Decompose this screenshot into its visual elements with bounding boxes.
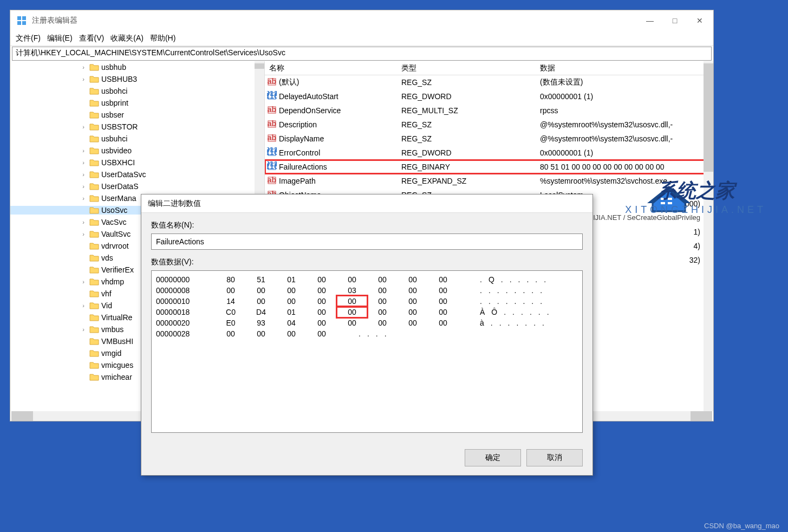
tree-item-usbohci[interactable]: usbohci <box>10 87 264 95</box>
name-input[interactable] <box>151 233 583 250</box>
tree-item-usbvideo[interactable]: ›usbvideo <box>10 146 264 155</box>
hex-byte[interactable]: C0 <box>216 307 246 317</box>
tree-item-USBSTOR[interactable]: ›USBSTOR <box>10 122 264 131</box>
ok-button[interactable]: 确定 <box>465 449 521 466</box>
value-row[interactable]: ab(默认)REG_SZ(数值未设置) <box>265 75 713 89</box>
expand-icon[interactable]: › <box>80 195 87 202</box>
header-data[interactable]: 数据 <box>540 63 713 73</box>
expand-icon[interactable]: › <box>80 147 87 154</box>
svg-rect-1 <box>22 16 26 20</box>
menu-favorites[interactable]: 收藏夹(A) <box>110 34 144 43</box>
tree-item-UserDataS[interactable]: ›UserDataS <box>10 182 264 191</box>
tree-item-usbhub[interactable]: ›usbhub <box>10 63 264 72</box>
close-button[interactable]: ✕ <box>687 12 712 29</box>
hex-byte[interactable]: 00 <box>428 317 458 328</box>
tree-label: USBXHCI <box>101 158 135 167</box>
hex-byte[interactable]: 93 <box>246 317 276 328</box>
expand-icon[interactable]: › <box>80 326 87 333</box>
tree-label: USBSTOR <box>101 122 138 131</box>
expand-icon[interactable]: › <box>80 171 87 178</box>
hex-byte[interactable]: 00 <box>337 307 367 317</box>
hex-byte[interactable]: 00 <box>367 296 398 307</box>
svg-text:ab: ab <box>268 133 276 142</box>
hex-byte[interactable]: 00 <box>398 296 428 307</box>
value-row[interactable]: abDescriptionREG_SZ@%systemroot%\system3… <box>265 118 713 132</box>
hex-byte[interactable]: 00 <box>398 274 428 285</box>
hex-byte[interactable]: D4 <box>246 307 276 317</box>
header-type[interactable]: 类型 <box>401 63 540 73</box>
value-row[interactable]: 011110DelayedAutoStartREG_DWORD0x0000000… <box>265 89 713 103</box>
hex-byte[interactable]: 00 <box>398 317 428 328</box>
hex-ascii: ........ <box>480 296 549 307</box>
hex-byte[interactable]: 00 <box>428 285 458 296</box>
hex-byte[interactable]: 00 <box>398 285 428 296</box>
hex-byte[interactable]: 00 <box>428 307 458 317</box>
hex-byte[interactable]: 00 <box>307 296 337 307</box>
menu-file[interactable]: 文件(F) <box>16 34 41 43</box>
tree-item-USBXHCI[interactable]: ›USBXHCI <box>10 158 264 167</box>
hex-byte[interactable]: 00 <box>307 285 337 296</box>
hex-byte[interactable]: 00 <box>307 274 337 285</box>
expand-icon[interactable]: › <box>80 278 87 285</box>
hex-editor[interactable]: 000000008051010000000000.Q......00000008… <box>151 270 583 433</box>
tree-item-usbuhci[interactable]: usbuhci <box>10 134 264 143</box>
hex-byte[interactable]: 00 <box>428 296 458 307</box>
hex-byte[interactable]: 00 <box>246 328 276 339</box>
header-name[interactable]: 名称 <box>267 63 401 73</box>
hex-byte[interactable]: 01 <box>276 274 307 285</box>
address-bar[interactable]: 计算机\HKEY_LOCAL_MACHINE\SYSTEM\CurrentCon… <box>12 47 712 61</box>
tree-item-UserDataSvc[interactable]: ›UserDataSvc <box>10 170 264 179</box>
minimize-button[interactable]: — <box>637 12 662 29</box>
window-title: 注册表编辑器 <box>32 16 637 25</box>
hex-byte[interactable]: 04 <box>276 317 307 328</box>
hex-byte[interactable]: 00 <box>276 328 307 339</box>
hex-byte[interactable]: 00 <box>337 296 367 307</box>
hex-byte[interactable]: 00 <box>428 274 458 285</box>
hex-byte[interactable]: 00 <box>246 296 276 307</box>
hex-byte[interactable]: 00 <box>337 317 367 328</box>
expand-icon[interactable]: › <box>80 219 87 225</box>
hex-byte[interactable]: 00 <box>307 307 337 317</box>
hex-byte[interactable]: 00 <box>307 317 337 328</box>
menu-view[interactable]: 查看(V) <box>79 34 105 43</box>
hex-byte[interactable]: 00 <box>367 307 398 317</box>
hex-byte[interactable]: 00 <box>337 274 367 285</box>
hex-byte[interactable]: 80 <box>216 274 246 285</box>
hex-byte[interactable]: 00 <box>398 307 428 317</box>
cancel-button[interactable]: 取消 <box>526 449 583 466</box>
hex-byte[interactable]: 14 <box>216 296 246 307</box>
hex-byte[interactable]: 00 <box>276 296 307 307</box>
expand-icon[interactable]: › <box>80 159 87 166</box>
tree-item-usbser[interactable]: usbser <box>10 111 264 119</box>
value-row[interactable]: abDependOnServiceREG_MULTI_SZrpcss <box>265 103 713 118</box>
hex-byte[interactable]: 00 <box>367 274 398 285</box>
value-row[interactable]: 011110FailureActionsREG_BINARY80 51 01 0… <box>265 160 713 174</box>
hex-byte[interactable]: 00 <box>216 285 246 296</box>
expand-icon[interactable]: › <box>80 124 87 130</box>
string-icon: ab <box>267 176 277 187</box>
hex-byte[interactable]: 00 <box>246 285 276 296</box>
expand-icon[interactable]: › <box>80 183 87 190</box>
menu-help[interactable]: 帮助(H) <box>150 34 175 43</box>
hex-byte[interactable]: 00 <box>276 285 307 296</box>
menu-edit[interactable]: 编辑(E) <box>47 34 73 43</box>
tree-item-usbprint[interactable]: usbprint <box>10 99 264 107</box>
hex-byte[interactable]: 00 <box>367 317 398 328</box>
maximize-button[interactable]: □ <box>662 12 687 29</box>
hex-byte[interactable]: 00 <box>307 328 337 339</box>
hex-byte[interactable]: 01 <box>276 307 307 317</box>
value-row[interactable]: abDisplayNameREG_SZ@%systemroot%\system3… <box>265 132 713 146</box>
expand-icon[interactable]: › <box>80 302 87 309</box>
hex-byte[interactable]: 51 <box>246 274 276 285</box>
hex-byte[interactable]: 03 <box>337 285 367 296</box>
hex-byte[interactable]: 00 <box>367 285 398 296</box>
expand-icon[interactable]: › <box>80 64 87 70</box>
expand-icon[interactable]: › <box>80 76 87 82</box>
list-scrollbar[interactable] <box>704 61 713 411</box>
expand-icon[interactable]: › <box>80 231 87 237</box>
hex-byte[interactable]: E0 <box>216 317 246 328</box>
tree-item-USBHUB3[interactable]: ›USBHUB3 <box>10 75 264 83</box>
value-row[interactable]: 011110ErrorControlREG_DWORD0x00000001 (1… <box>265 146 713 160</box>
tree-label: UsoSvc <box>101 206 127 215</box>
hex-byte[interactable]: 00 <box>216 328 246 339</box>
